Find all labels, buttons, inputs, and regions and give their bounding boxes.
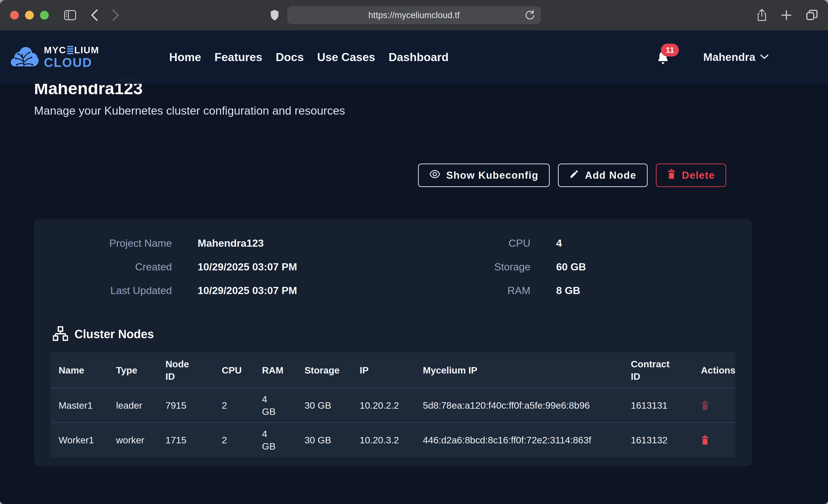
created-value: 10/29/2025 03:07 PM: [172, 260, 392, 274]
network-nodes-icon: [53, 326, 68, 342]
trash-icon: [701, 435, 709, 445]
node-storage: 30 GB: [296, 434, 351, 446]
app-viewport: Mahendra123 Manage your Kubernetes clust…: [0, 30, 828, 504]
trash-icon: [667, 169, 676, 181]
delete-node-button[interactable]: [701, 401, 709, 410]
node-actions: [693, 401, 735, 410]
zoom-window-button[interactable]: [40, 11, 49, 19]
minimize-window-button[interactable]: [25, 11, 34, 19]
node-mycelium-ip: 446:d2a6:8bcd:8c16:ff0f:72e2:3114:863f: [415, 434, 623, 446]
cluster-info-grid: Project Name Mahendra123 CPU 4 Created 1…: [34, 237, 752, 297]
node-id: 1715: [157, 434, 214, 446]
user-menu[interactable]: Mahendra: [703, 51, 769, 64]
address-bar[interactable]: https://myceliumcloud.tf: [287, 6, 541, 24]
project-name-label: Project Name: [34, 237, 172, 250]
node-name: Master1: [50, 399, 108, 412]
logo-line1: MYC LIUM: [44, 45, 99, 55]
browser-window: https://myceliumcloud.tf: [0, 0, 828, 504]
project-name-value: Mahendra123: [172, 237, 392, 250]
toolbar-right-icons: [757, 9, 818, 22]
add-node-button[interactable]: Add Node: [558, 164, 648, 187]
node-ip: 10.20.2.2: [351, 399, 415, 412]
forward-button-icon[interactable]: [112, 9, 120, 21]
user-name: Mahendra: [703, 51, 755, 64]
node-name: Worker1: [50, 434, 108, 446]
col-ram: RAM: [254, 364, 296, 377]
notifications-button[interactable]: 11: [655, 47, 671, 68]
cluster-actions: Show Kubeconfig Add Node: [0, 164, 828, 187]
col-name: Name: [50, 364, 108, 377]
nodes-table: Name Type Node ID CPU RAM Storage IP Myc…: [50, 352, 735, 457]
created-label: Created: [34, 260, 172, 274]
nav-dashboard[interactable]: Dashboard: [388, 50, 449, 64]
reload-icon[interactable]: [525, 10, 535, 21]
node-contract-id: 1613131: [623, 399, 693, 412]
node-ram: 4 GB: [254, 428, 296, 453]
node-ip: 10.20.3.2: [351, 434, 415, 446]
nav-features[interactable]: Features: [214, 50, 262, 64]
nodes-table-header: Name Type Node ID CPU RAM Storage IP Myc…: [50, 352, 735, 388]
back-button-icon[interactable]: [90, 9, 98, 21]
url-text: https://myceliumcloud.tf: [368, 10, 460, 20]
col-ip: IP: [351, 364, 415, 377]
col-type: Type: [108, 364, 157, 377]
logo-text: MYC LIUM CLOUD: [44, 45, 99, 69]
delete-label: Delete: [682, 170, 715, 181]
page-content: Mahendra123 Manage your Kubernetes clust…: [0, 84, 828, 466]
node-cpu: 2: [214, 399, 254, 412]
mycelium-cloud-logo[interactable]: MYC LIUM CLOUD: [10, 45, 99, 69]
node-type: worker: [108, 434, 157, 446]
tab-overview-icon[interactable]: [806, 9, 818, 21]
chevron-down-icon: [760, 54, 769, 60]
nav-docs[interactable]: Docs: [276, 50, 304, 64]
nav-home[interactable]: Home: [169, 50, 201, 64]
show-kubeconfig-label: Show Kubeconfig: [446, 170, 539, 181]
privacy-shield-icon[interactable]: [270, 9, 280, 21]
site-header: MYC LIUM CLOUD Home Features Docs Use Ca…: [0, 30, 828, 84]
cpu-value: 4: [530, 237, 752, 250]
node-type: leader: [108, 399, 157, 412]
node-mycelium-ip: 5d8:78ea:a120:f40c:ff0f:a5fe:99e6:8b96: [415, 399, 623, 412]
col-node-id: Node ID: [157, 358, 214, 383]
storage-value: 60 GB: [530, 260, 752, 274]
browser-toolbar: https://myceliumcloud.tf: [0, 0, 828, 30]
pencil-icon: [569, 169, 579, 181]
cloud-tree-logo-icon: [10, 45, 39, 69]
last-updated-value: 10/29/2025 03:07 PM: [172, 284, 392, 297]
new-tab-icon[interactable]: [781, 10, 792, 20]
main-nav: Home Features Docs Use Cases Dashboard: [169, 50, 449, 64]
last-updated-label: Last Updated: [34, 284, 172, 297]
node-ram: 4 GB: [254, 393, 296, 418]
col-contract-id: Contract ID: [623, 358, 693, 383]
nav-use-cases[interactable]: Use Cases: [317, 50, 375, 64]
trash-icon: [701, 401, 709, 410]
delete-cluster-button[interactable]: Delete: [656, 164, 726, 187]
table-row-master1: Master1 leader 7915 2 4 GB 30 GB 10.20.2…: [50, 388, 735, 423]
table-row-worker1: Worker1 worker 1715 2 4 GB 30 GB 10.20.3…: [50, 423, 735, 457]
col-storage: Storage: [296, 364, 351, 377]
cluster-details-card: Project Name Mahendra123 CPU 4 Created 1…: [34, 219, 752, 466]
cluster-nodes-header: Cluster Nodes: [53, 326, 752, 342]
cluster-nodes-title: Cluster Nodes: [75, 327, 154, 341]
add-node-label: Add Node: [585, 170, 636, 181]
logo-line2: CLOUD: [44, 56, 99, 69]
page-subtitle: Manage your Kubernetes cluster configura…: [34, 104, 828, 118]
notification-count-badge: 11: [661, 44, 679, 56]
cpu-label: CPU: [392, 237, 530, 250]
ram-label: RAM: [392, 284, 530, 297]
storage-label: Storage: [392, 260, 530, 274]
share-icon[interactable]: [757, 9, 767, 22]
logo-e-bars-glyph: [67, 46, 73, 54]
node-contract-id: 1613132: [623, 434, 693, 446]
ram-value: 8 GB: [530, 284, 752, 297]
eye-icon: [429, 170, 440, 181]
col-actions: Actions: [693, 364, 735, 377]
node-id: 7915: [157, 399, 214, 412]
show-kubeconfig-button[interactable]: Show Kubeconfig: [418, 164, 550, 187]
node-cpu: 2: [214, 434, 254, 446]
node-storage: 30 GB: [296, 399, 351, 412]
window-controls: [10, 11, 49, 19]
delete-node-button[interactable]: [701, 435, 709, 445]
sidebar-toggle-icon[interactable]: [64, 10, 76, 20]
close-window-button[interactable]: [10, 11, 19, 19]
